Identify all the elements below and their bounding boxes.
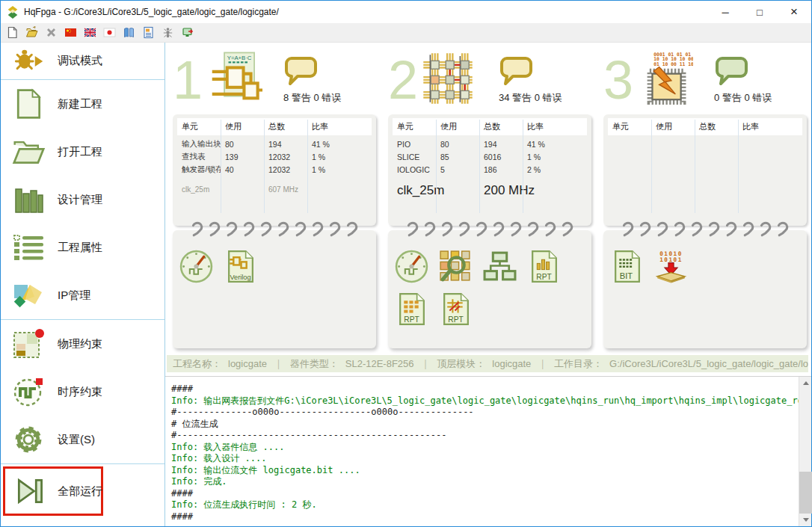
col-header: 单元: [177, 121, 221, 132]
sidebar-item-timing-constraints[interactable]: 时序约束: [1, 368, 164, 416]
chip-binary-row: 01 10 00 11 10 0: [653, 61, 693, 67]
spiral-hook-icon: [475, 220, 487, 240]
project-properties-icon: [10, 229, 46, 265]
open-project-icon: [10, 134, 46, 170]
report-icon[interactable]: [141, 26, 155, 40]
console-line: ####: [171, 488, 799, 500]
console-line: Info: 载入器件信息 ....: [171, 442, 799, 454]
device-type-label: 器件类型：: [290, 357, 339, 371]
help-icon[interactable]: [122, 26, 135, 40]
console-scrollbar[interactable]: [799, 377, 811, 526]
spiral-hook-icon: [673, 220, 686, 240]
place-route-icon[interactable]: [418, 48, 478, 112]
console-line: Info: 位流生成执行时间 : 2 秒.: [171, 499, 799, 511]
close-button[interactable]: ×: [777, 1, 811, 23]
sidebar-item-settings[interactable]: 设置(S): [1, 416, 164, 463]
stage-panel-synthesis: 1 Y=A+B·C 8 警告 0 错误: [173, 46, 376, 348]
utilization-card: 单元使用总数比率 PIO8019441 % SLICE8560161 % IOL…: [388, 114, 591, 226]
minimize-button[interactable]: ─: [708, 1, 742, 23]
utilization-rpt-file-icon[interactable]: RPT: [394, 292, 429, 327]
rpt-label: RPT: [536, 273, 551, 281]
sidebar-item-run-all[interactable]: 全部运行: [3, 466, 103, 516]
timing-report-icon[interactable]: [394, 249, 429, 284]
bitstream-icon[interactable]: 0001 01 01 01 010 10 10 10 00 101 10 00 …: [633, 48, 693, 112]
col-header: 总数: [264, 121, 307, 132]
app-window: HqFpga - G:/iCore3L/iCore3L/5_logic_gate…: [0, 0, 812, 527]
step-number: 2: [388, 56, 416, 105]
sidebar-item-label: 时序约束: [58, 385, 102, 399]
lang-chinese-icon[interactable]: [64, 26, 77, 40]
sidebar-item-project-properties[interactable]: 工程属性: [1, 224, 164, 271]
timing-rpt-file-icon[interactable]: RPT: [526, 249, 562, 284]
sidebar-item-open-project[interactable]: 打开工程: [1, 128, 164, 176]
rpt-label: RPT: [448, 315, 463, 324]
spiral-hook-icon: [277, 220, 289, 240]
exit-icon[interactable]: [180, 26, 194, 40]
scroll-up-icon[interactable]: [799, 377, 812, 389]
console-log[interactable]: ####Info: 输出网表报告到文件G:\iCore3L\iCore3L\5_…: [165, 377, 799, 526]
working-dir-label: 工作目录：: [554, 357, 603, 371]
warnings-bubble-icon[interactable]: [499, 56, 533, 90]
spiral-hook-icon: [561, 220, 573, 240]
spiral-hook-icon: [492, 220, 505, 240]
bit-file-icon[interactable]: BIT: [609, 249, 645, 284]
netlist-formula: Y=A+B·C: [227, 55, 252, 61]
spiral-hook-icon: [328, 220, 341, 240]
timing-report-icon[interactable]: [179, 249, 214, 284]
new-project-icon: [10, 86, 46, 122]
sidebar-item-label: IP管理: [58, 289, 90, 303]
spiral-hook-icon: [776, 220, 789, 240]
maximize-button[interactable]: □: [742, 1, 777, 23]
table-row: 输入输出块8019441 %: [177, 138, 372, 150]
app-logo-icon: [6, 5, 19, 19]
scroll-down-icon[interactable]: [799, 514, 812, 526]
lang-japanese-icon[interactable]: [102, 26, 116, 40]
sidebar-item-label: 设计管理: [58, 193, 102, 207]
sidebar-divider: [1, 463, 164, 464]
spiral-binding: [406, 220, 573, 240]
debug-icon[interactable]: [161, 26, 174, 40]
table-row: 查找表139120321 %: [177, 150, 372, 163]
flow-panels: 1 Y=A+B·C 8 警告 0 错误: [165, 43, 811, 348]
program-device-icon[interactable]: 0101010101: [653, 249, 689, 284]
col-header: 使用: [651, 121, 695, 132]
synthesis-icon[interactable]: Y=A+B·C: [203, 48, 262, 112]
ok-bubble-icon[interactable]: [714, 56, 748, 90]
warnings-bubble-icon[interactable]: [283, 56, 318, 90]
separator: ｜: [421, 357, 431, 371]
hierarchy-report-icon[interactable]: [482, 249, 517, 284]
top-module-label: 顶层模块：: [437, 357, 485, 371]
table-row: SLICE8560161 %: [393, 150, 587, 163]
scrollbar-thumb[interactable]: [799, 472, 812, 514]
sidebar-item-ip-management[interactable]: IP管理: [1, 271, 164, 319]
sidebar: 调试模式 新建工程 打开工程 设计管理: [1, 43, 165, 526]
col-header: 单元: [608, 121, 651, 132]
sidebar-item-physical-constraints[interactable]: 物理约束: [1, 320, 164, 368]
utilization-card: 单元使用总数比率: [603, 114, 807, 226]
console-line: Info: 载入设计 ....: [171, 453, 799, 465]
verilog-netlist-icon[interactable]: Verilog: [223, 249, 258, 284]
new-project-icon[interactable]: [5, 26, 19, 40]
col-header: 使用: [436, 121, 479, 132]
routing-rpt-file-icon[interactable]: RPT: [438, 292, 473, 327]
table-header: 单元使用总数比率: [177, 118, 372, 135]
sidebar-item-design-management[interactable]: 设计管理: [1, 176, 164, 224]
sidebar-item-label: 工程属性: [58, 241, 102, 255]
console-line: # 位流生成: [171, 419, 799, 431]
open-project-icon[interactable]: [25, 26, 38, 40]
close-project-icon[interactable]: [44, 26, 58, 40]
table-row: 触发器/锁存...40120321 %: [177, 163, 372, 176]
placement-view-icon[interactable]: [438, 249, 473, 284]
clock-row: clk_25m607 MHz: [177, 185, 372, 194]
table-row: IOLOGIC51862 %: [393, 163, 587, 176]
device-type-value: SL2-12E-8F256: [345, 358, 414, 369]
sidebar-item-label: 打开工程: [58, 145, 102, 159]
sidebar-item-debug-mode[interactable]: 调试模式: [1, 43, 164, 79]
spiral-hook-icon: [656, 220, 668, 240]
lang-english-icon[interactable]: [83, 26, 96, 40]
top-module-value: logicgate: [492, 358, 531, 369]
toolbar: [1, 23, 811, 43]
spiral-hook-icon: [259, 220, 272, 240]
sidebar-item-new-project[interactable]: 新建工程: [1, 80, 164, 128]
clock-frequency: 200 MHz: [479, 183, 587, 198]
